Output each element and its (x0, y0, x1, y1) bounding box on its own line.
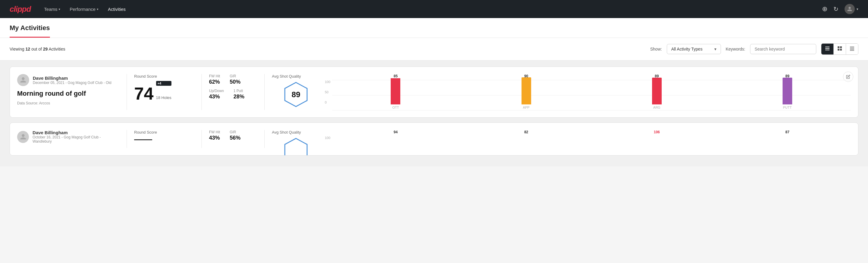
bar-app-inner-1 (522, 77, 531, 105)
card-stats-1: FW Hit 62% GIR 50% Up/Down 43% 1 Putt 28… (209, 74, 257, 100)
bar-arg-top-1 (652, 78, 662, 79)
bar-app-2: 82 (463, 130, 590, 134)
user-date-2: October 16, 2021 - Gog Magog Golf Club -… (32, 135, 119, 144)
fw-hit-label-1: FW Hit (209, 74, 220, 78)
filter-bar: Viewing 12 out of 29 Activities Show: Al… (0, 38, 868, 60)
y-label-0-1: 0 (325, 100, 330, 104)
activity-card-1: Dave Billingham December 05, 2021 - Gog … (10, 66, 858, 118)
svg-marker-12 (285, 139, 307, 155)
hexagon-1: 89 (282, 81, 309, 108)
fw-hit-value-2: 43% (209, 135, 220, 141)
view-grid-button[interactable] (834, 43, 846, 55)
card-left-1: Dave Billingham December 05, 2021 - Gog … (17, 74, 119, 105)
svg-rect-4 (840, 46, 842, 48)
bar-putt-label-1: PUTT (783, 106, 792, 109)
bar-arg-value-2: 106 (654, 130, 660, 134)
fw-hit-label-2: FW Hit (209, 130, 220, 134)
grid-line-50-1 (332, 95, 851, 95)
card-stats-2: FW Hit 43% GIR 56% (209, 130, 257, 141)
y-label-50-1: 50 (325, 90, 330, 94)
chart-bars-1: 85 OTT 90 APP (332, 74, 851, 109)
search-input[interactable] (754, 47, 812, 52)
gir-label-1: GIR (230, 74, 241, 78)
y-label-100-2: 100 (325, 136, 330, 140)
page-header: My Activities (0, 18, 868, 38)
round-score-label-2: Round Score (134, 130, 194, 135)
bar-app-1: 90 APP (463, 74, 590, 109)
nav-items: Teams ▾ Performance ▾ Activities (40, 4, 812, 14)
user-name-2: Dave Billingham (32, 130, 119, 135)
nav-performance[interactable]: Performance ▾ (66, 4, 102, 14)
card-user-1: Dave Billingham December 05, 2021 - Gog … (17, 74, 119, 86)
bar-putt-top-1 (783, 78, 792, 79)
user-avatar-1 (17, 74, 29, 86)
bar-arg-2: 106 (593, 130, 720, 134)
nav-teams[interactable]: Teams ▾ (40, 4, 64, 14)
bar-putt-2: 87 (724, 130, 851, 134)
add-icon[interactable]: ⊕ (822, 5, 828, 13)
view-toggles (821, 43, 858, 55)
gir-value-2: 56% (230, 135, 241, 141)
activity-type-value: All Activity Types (671, 47, 703, 52)
bar-arg-outer-1 (652, 79, 662, 105)
view-list-button[interactable] (822, 43, 834, 55)
activity-type-chevron-icon: ▾ (714, 47, 716, 52)
round-score-section-2: Round Score (134, 130, 194, 140)
bar-putt-inner-1 (783, 78, 792, 105)
stats-row-1b: Up/Down 43% 1 Putt 28% (209, 89, 257, 100)
round-score-label-1: Round Score (134, 74, 194, 79)
bar-putt-1: 89 PUTT (724, 74, 851, 109)
score-holes-1: 18 Holes (156, 95, 172, 100)
updown-label-1: Up/Down (209, 89, 224, 93)
gir-stat-1: GIR 50% (230, 74, 241, 85)
svg-rect-6 (840, 49, 842, 51)
user-avatar-2 (17, 131, 29, 143)
user-name-1: Dave Billingham (33, 76, 111, 81)
chart-y-axis-2: 100 (325, 130, 332, 155)
score-badge-1: +4 (156, 81, 172, 86)
hexagon-svg-2 (282, 137, 309, 155)
divider-2b (202, 130, 202, 148)
nav-right: ⊕ ↻ ▾ (822, 4, 858, 14)
user-info-1: Dave Billingham December 05, 2021 - Gog … (33, 76, 111, 85)
bar-app-top-1 (522, 78, 531, 79)
fw-hit-stat-1: FW Hit 62% (209, 74, 220, 85)
bar-arg-label-1: ARG (653, 106, 660, 109)
logo[interactable]: clippd (10, 4, 31, 14)
bar-ott-outer-1 (391, 79, 400, 105)
score-value-1: 74 (134, 85, 154, 102)
bar-ott-1: 85 OTT (332, 74, 459, 109)
gir-label-2: GIR (230, 130, 241, 134)
avatar[interactable] (844, 4, 855, 14)
viewing-text: Viewing 12 out of 29 Activities (10, 47, 645, 52)
y-label-100-1: 100 (325, 80, 330, 84)
chart-bars-2: 94 82 106 87 (332, 130, 851, 134)
user-info-2: Dave Billingham October 16, 2021 - Gog M… (32, 130, 119, 144)
card-chart-2: 100 94 82 106 87 (320, 130, 851, 155)
card-user-2: Dave Billingham October 16, 2021 - Gog M… (17, 130, 119, 144)
svg-rect-7 (850, 47, 854, 47)
keywords-label: Keywords: (726, 47, 745, 52)
gir-stat-2: GIR 56% (230, 130, 241, 141)
updown-stat-1: Up/Down 43% (209, 89, 224, 100)
updown-value-1: 43% (209, 94, 224, 100)
bar-ott-value-2: 94 (394, 130, 398, 134)
bar-arg-inner-1 (652, 78, 662, 105)
bar-ott-top-1 (391, 78, 400, 79)
performance-chevron-icon: ▾ (97, 7, 98, 11)
bar-app-value-2: 82 (524, 130, 528, 134)
stats-row-1a: FW Hit 62% GIR 50% (209, 74, 257, 85)
round-score-section-1: Round Score 74 +4 18 Holes (134, 74, 194, 102)
view-compact-button[interactable] (846, 43, 858, 55)
activity-card-2: Dave Billingham October 16, 2021 - Gog M… (10, 122, 858, 155)
grid-line-0-1 (332, 110, 851, 111)
user-menu[interactable]: ▾ (844, 4, 858, 14)
refresh-icon[interactable]: ↻ (833, 5, 839, 12)
bar-ott-2: 94 (332, 130, 459, 134)
divider-1a (127, 74, 127, 110)
nav-activities[interactable]: Activities (104, 4, 129, 14)
activity-type-select[interactable]: All Activity Types ▾ (667, 44, 721, 54)
card-quality-2: Avg Shot Quality (272, 130, 320, 155)
score-wrap-1: 74 +4 18 Holes (134, 81, 194, 102)
quality-label-1: Avg Shot Quality (272, 74, 301, 79)
